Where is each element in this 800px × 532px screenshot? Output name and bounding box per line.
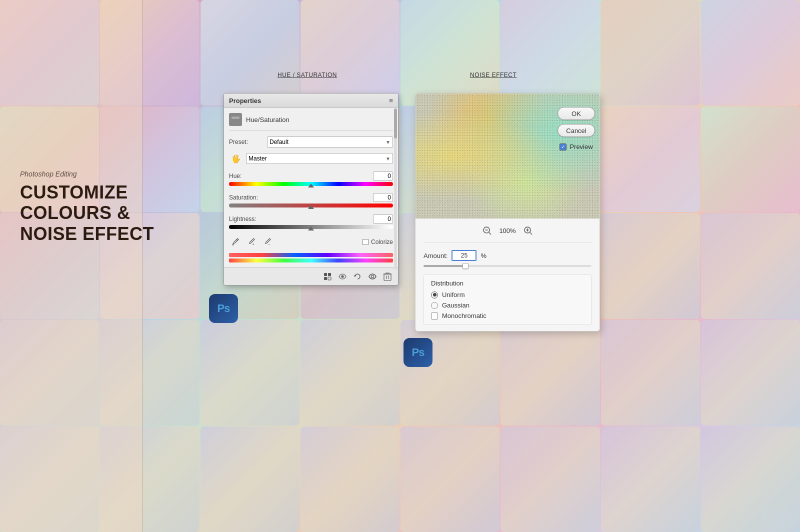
- grid-cell: [400, 426, 500, 532]
- hue-saturation-label: HUE / SATURATION: [278, 72, 337, 78]
- ok-button[interactable]: OK: [558, 107, 595, 120]
- amount-label: Amount:: [424, 252, 448, 260]
- saturation-value-input[interactable]: [373, 193, 393, 202]
- master-row: 🖐 Master ▼: [229, 152, 393, 166]
- scroll-bar[interactable]: [394, 108, 397, 270]
- grid-cell: [500, 0, 600, 106]
- svg-rect-7: [324, 277, 327, 280]
- preview-row: ✓ Preview: [560, 143, 592, 150]
- panel-body: Hue/Saturation Preset: Default ▼ 🖐 Maste…: [224, 108, 398, 268]
- hue-label: Hue:: [229, 172, 242, 180]
- amount-percent: %: [480, 252, 486, 260]
- grid-cell: [601, 106, 700, 212]
- colorize-label: Colorize: [371, 238, 393, 246]
- zoom-row: 100%: [424, 224, 592, 243]
- delete-icon[interactable]: [382, 271, 393, 282]
- gaussian-radio[interactable]: [431, 302, 438, 309]
- reset-icon[interactable]: [352, 271, 363, 282]
- grid-cell: [500, 320, 600, 426]
- sat-slider-thumb[interactable]: [308, 205, 314, 209]
- grid-cell: [701, 213, 800, 318]
- saturation-label: Saturation:: [229, 194, 258, 201]
- zoom-value: 100%: [499, 227, 516, 234]
- visibility-icon[interactable]: [337, 271, 348, 282]
- panel-header: Properties ≡: [224, 94, 398, 108]
- grid-cell: [400, 320, 500, 426]
- preset-arrow-icon: ▼: [386, 140, 390, 145]
- lightness-label: Lightness:: [229, 216, 256, 222]
- preset-select[interactable]: Default ▼: [267, 136, 393, 148]
- eye-icon[interactable]: [367, 271, 378, 282]
- noise-slider-track[interactable]: [424, 265, 592, 267]
- svg-rect-0: [232, 116, 240, 119]
- hue-slider-track[interactable]: [229, 182, 393, 188]
- preview-label: Preview: [570, 143, 592, 150]
- light-gradient-track: [229, 225, 393, 229]
- gaussian-option-row[interactable]: Gaussian: [431, 302, 584, 309]
- distribution-title: Distribution: [431, 280, 584, 287]
- properties-panel: Properties ≡ Hue/Saturation Preset: Defa…: [224, 93, 398, 286]
- preview-checkbox[interactable]: ✓: [560, 144, 566, 150]
- amount-input[interactable]: [452, 250, 476, 261]
- uniform-option-row[interactable]: Uniform: [431, 291, 584, 298]
- grid-cell: [601, 213, 700, 318]
- grid-cell: [200, 320, 300, 426]
- lightness-value-input[interactable]: [373, 214, 393, 224]
- hue-slider-thumb[interactable]: [308, 184, 314, 188]
- light-slider-track[interactable]: [229, 225, 393, 231]
- noise-slider-fill: [424, 265, 466, 267]
- hand-tool-icon[interactable]: 🖐: [229, 152, 243, 166]
- svg-rect-11: [384, 274, 391, 280]
- noise-controls: 100% Amount: % Distribution Uniform: [416, 218, 600, 331]
- grid-cell: [300, 426, 400, 532]
- svg-rect-8: [328, 277, 331, 280]
- amount-row: Amount: %: [424, 250, 592, 261]
- lightness-slider-row: Lightness:: [229, 214, 393, 231]
- zoom-in-icon[interactable]: [522, 224, 534, 236]
- grid-cell: [601, 320, 700, 426]
- zoom-out-icon[interactable]: [481, 224, 493, 236]
- hue-gradient-track: [229, 182, 393, 186]
- cancel-button[interactable]: Cancel: [558, 124, 595, 137]
- hue-value-input[interactable]: [373, 172, 393, 180]
- svg-text:+: +: [252, 242, 254, 246]
- add-adjustment-icon[interactable]: [322, 271, 333, 282]
- light-slider-thumb[interactable]: [308, 226, 314, 230]
- grid-cell: [400, 0, 500, 106]
- panel-footer: [224, 268, 398, 285]
- grid-cell: [601, 0, 700, 106]
- eyedropper-plus-tool[interactable]: +: [245, 236, 257, 248]
- grid-cell: [701, 0, 800, 106]
- grid-cell: [701, 320, 800, 426]
- grid-cell: [200, 0, 300, 106]
- left-panel-bg: [0, 0, 142, 532]
- hue-slider-row: Hue:: [229, 172, 393, 188]
- colorize-row: Colorize: [362, 238, 393, 246]
- preset-row: Preset: Default ▼: [229, 136, 393, 148]
- eyedropper-minus-tool[interactable]: −: [261, 236, 273, 248]
- panel-title: Properties: [229, 97, 261, 104]
- master-select[interactable]: Master ▼: [246, 153, 393, 164]
- panel-menu-icon[interactable]: ≡: [389, 96, 393, 104]
- sat-gradient-track: [229, 204, 393, 208]
- svg-rect-5: [324, 273, 327, 276]
- left-panel-text: Photoshop Editing CUSTOMIZE COLOURS & NO…: [20, 170, 154, 244]
- sat-slider-track[interactable]: [229, 204, 393, 210]
- uniform-radio[interactable]: [431, 292, 438, 298]
- eyedropper-tool[interactable]: [229, 236, 241, 248]
- monochromatic-row: Monochromatic: [431, 312, 584, 320]
- noise-slider-thumb[interactable]: [462, 263, 468, 269]
- master-arrow-icon: ▼: [386, 156, 390, 162]
- hs-label: Hue/Saturation: [246, 116, 290, 124]
- colorize-checkbox[interactable]: [362, 239, 368, 245]
- photoshop-icon-2: Ps: [404, 338, 432, 367]
- scroll-thumb[interactable]: [394, 108, 397, 138]
- preset-label: Preset:: [229, 138, 264, 146]
- gaussian-label: Gaussian: [442, 302, 470, 309]
- photoshop-icon-1: Ps: [209, 294, 238, 323]
- color-bars: [229, 253, 393, 262]
- main-title: CUSTOMIZE COLOURS & NOISE EFFECT: [20, 182, 154, 244]
- svg-line-18: [489, 232, 491, 234]
- hs-layer-icon: [229, 113, 242, 126]
- monochromatic-checkbox[interactable]: [431, 312, 438, 320]
